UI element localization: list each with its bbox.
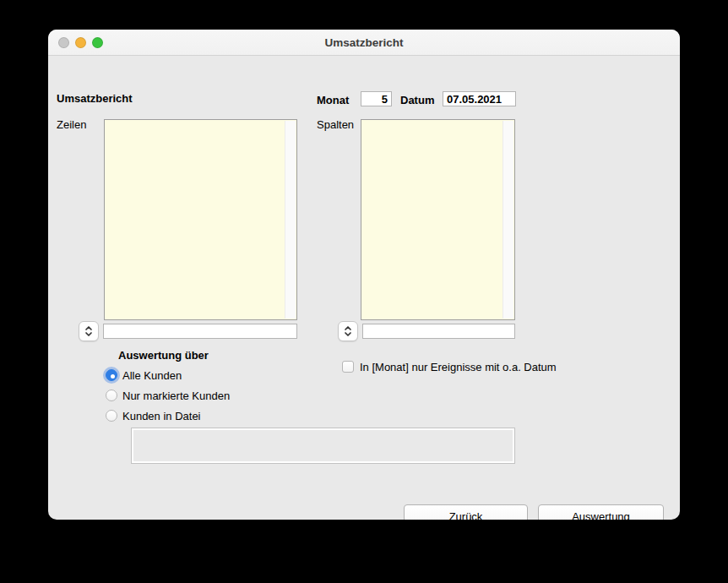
- auswertung-group-label: Auswertung über: [118, 349, 209, 362]
- datum-label: Datum: [400, 94, 434, 106]
- spalten-stepper[interactable]: [338, 321, 358, 341]
- radio-icon[interactable]: [106, 410, 117, 422]
- radio-icon[interactable]: [106, 390, 117, 401]
- spalten-combo-input[interactable]: [362, 324, 515, 339]
- auswertung-button[interactable]: Auswertung: [538, 504, 664, 520]
- radio-alle-kunden[interactable]: Alle Kunden: [106, 368, 182, 382]
- monat-filter-row[interactable]: In [Monat] nur Ereignisse mit o.a. Datum: [342, 360, 557, 373]
- dialog-content: Umsatzbericht Monat Datum Zeilen Spalten: [48, 56, 680, 520]
- monat-input[interactable]: [361, 91, 392, 106]
- spalten-label: Spalten: [317, 118, 354, 131]
- radio-nur-markierte-kunden[interactable]: Nur markierte Kunden: [106, 389, 230, 402]
- spalten-scrollbar[interactable]: [503, 121, 513, 319]
- report-heading: Umsatzbericht: [57, 92, 133, 105]
- radio-label: Nur markierte Kunden: [122, 390, 230, 402]
- zeilen-scrollbar[interactable]: [285, 121, 296, 319]
- spalten-listbox[interactable]: [361, 119, 515, 320]
- zurueck-button[interactable]: Zurück: [404, 504, 528, 520]
- up-down-chevron-icon: [344, 325, 352, 337]
- title-bar[interactable]: Umsatzbericht: [48, 30, 680, 56]
- radio-label: Alle Kunden: [122, 369, 182, 382]
- monat-filter-label: In [Monat] nur Ereignisse mit o.a. Datum: [360, 361, 557, 373]
- datum-input[interactable]: [443, 91, 516, 106]
- umsatzbericht-dialog: Umsatzbericht Umsatzbericht Monat Datum …: [48, 30, 680, 520]
- monat-label: Monat: [317, 94, 349, 106]
- radio-icon[interactable]: [106, 369, 117, 381]
- radio-kunden-in-datei[interactable]: Kunden in Datei: [106, 409, 201, 422]
- window-title: Umsatzbericht: [48, 30, 680, 56]
- zeilen-combo-input[interactable]: [103, 324, 297, 339]
- checkbox-icon[interactable]: [342, 361, 354, 373]
- radio-label: Kunden in Datei: [122, 410, 201, 422]
- zeilen-stepper[interactable]: [79, 321, 99, 341]
- up-down-chevron-icon: [84, 325, 93, 337]
- zeilen-listbox[interactable]: [104, 119, 297, 320]
- kunden-datei-field: [131, 428, 515, 464]
- zeilen-label: Zeilen: [57, 118, 86, 131]
